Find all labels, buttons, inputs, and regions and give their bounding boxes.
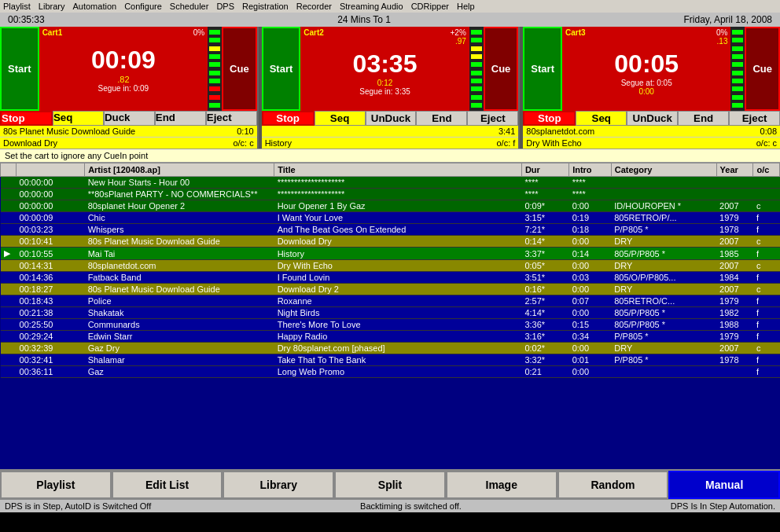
table-row[interactable]: 00:14:3180splanetdot.comDry With Echo0:0… — [1, 260, 780, 272]
status-right: DPS Is In Step Automation. — [671, 501, 775, 511]
cart2-cue-button[interactable]: Cue — [484, 27, 519, 111]
table-row[interactable]: 00:00:00**80sPlanet PARTY - NO COMMERCIA… — [1, 189, 780, 200]
cart3-info2: Dry With Echo o/c: c — [523, 137, 780, 149]
cart1-duck-button[interactable]: Duck — [104, 111, 155, 126]
table-row[interactable]: 00:32:41ShalamarTake That To The Bank3:3… — [1, 354, 780, 366]
nav-random-button[interactable]: Random — [557, 471, 669, 499]
table-row[interactable]: 00:32:39Gaz DryDry 80splanet.com [phased… — [1, 343, 780, 354]
table-row[interactable]: 00:00:0080splanet Hour Opener 2Hour Open… — [1, 200, 780, 212]
th-title: Title — [274, 163, 522, 177]
cart2-info1-time: 3:41 — [499, 127, 515, 136]
vu-bar — [732, 79, 743, 83]
cart2-start-button[interactable]: Start — [262, 27, 301, 111]
menu-dps[interactable]: DPS — [216, 2, 234, 11]
th-year: Year — [716, 163, 753, 177]
cart2-unduck-button[interactable]: UnDuck — [366, 111, 417, 126]
time-center: 24 Mins To 1 — [337, 14, 391, 25]
cart3-cue-button[interactable]: Cue — [745, 27, 780, 111]
cart2-info2-oc: o/c: f — [497, 138, 516, 148]
table-row[interactable]: 00:18:43PoliceRoxanne2:57*0:07805RETRO/C… — [1, 295, 780, 307]
menu-registration[interactable]: Registration — [242, 2, 289, 11]
cart3-end-button[interactable]: End — [678, 111, 729, 126]
menu-help[interactable]: Help — [457, 2, 475, 11]
cart1-seq-button[interactable]: Seq — [53, 111, 104, 126]
cart1-cue-button[interactable]: Cue — [222, 27, 257, 111]
table-row[interactable]: 00:21:38ShakatakNight Birds4:14*0:00805/… — [1, 307, 780, 319]
cart2-extra: 0:12 — [377, 79, 392, 87]
nav-manual-button[interactable]: Manual — [668, 471, 780, 499]
cart3-info2-oc: o/c: c — [756, 138, 777, 148]
cart1-buttons: Stop Seq Duck End Eject — [0, 111, 257, 126]
menu-streaming-audio[interactable]: Streaming Audio — [340, 2, 403, 11]
cart2-eject-button[interactable]: Eject — [467, 111, 518, 126]
th-intro: Intro — [569, 163, 612, 177]
cart3-seq-button[interactable]: Seq — [576, 111, 627, 126]
vu-bar — [732, 103, 743, 108]
nav-split-button[interactable]: Split — [334, 471, 446, 499]
cart1-level: .82 — [117, 75, 129, 84]
table-row[interactable]: 00:25:50CommunardsThere's More To Love3:… — [1, 319, 780, 331]
cart1-percent: 0% — [193, 28, 204, 37]
statusbar: DPS is in Step, AutoID is Switched Off B… — [0, 499, 780, 512]
cart2-seq-button[interactable]: Seq — [315, 111, 366, 126]
cart3-eject-button[interactable]: Eject — [729, 111, 780, 126]
nav-image-button[interactable]: Image — [446, 471, 557, 499]
cart1-info1: 80s Planet Music Download Guide 0:10 — [0, 126, 257, 137]
cart2-end-button[interactable]: End — [416, 111, 467, 126]
cart2-info2: History o/c: f — [262, 137, 519, 149]
time-right: Friday, April 18, 2008 — [683, 14, 772, 25]
cart1-info1-text: 80s Planet Music Download Guide — [3, 127, 135, 136]
cart2-vu — [469, 27, 484, 111]
status-center: Backtiming is switched off. — [360, 501, 462, 511]
cart3-stop-button[interactable]: Stop — [523, 111, 576, 126]
vu-bar — [471, 62, 482, 67]
cart2-segue: Segue in: 3:35 — [359, 87, 410, 96]
table-row[interactable]: 00:00:09ChicI Want Your Love3:15*0:19805… — [1, 212, 780, 224]
cart2-panel: Start Cart2 +2% .97 03:35 0:12 Segue in:… — [262, 27, 521, 149]
table-row[interactable]: 00:03:23WhispersAnd The Beat Goes On Ext… — [1, 224, 780, 236]
table-row[interactable]: 00:10:4180s Planet Music Download GuideD… — [1, 236, 780, 248]
cart1-info1-time: 0:10 — [237, 127, 253, 136]
table-row[interactable]: 00:00:00New Hour Starts - Hour 00*******… — [1, 177, 780, 189]
table-row[interactable]: ▶00:10:55Mai TaiHistory3:37*0:14805/P/P8… — [1, 248, 780, 260]
menu-cdripper[interactable]: CDRipper — [411, 2, 449, 11]
cart3-display: Cart3 0% .13 00:05 Segue at: 0:05 0:00 — [562, 27, 730, 111]
menu-configure[interactable]: Configure — [124, 2, 162, 11]
cart1-eject-button[interactable]: Eject — [206, 111, 257, 126]
vu-bar — [209, 30, 220, 35]
cart3-unduck-button[interactable]: UnDuck — [627, 111, 678, 126]
cart3-label: Cart3 — [565, 28, 586, 37]
table-row[interactable]: 00:14:36Fatback BandI Found Lovin3:51*0:… — [1, 272, 780, 284]
table-row[interactable]: 00:36:11GazLong Web Promo0:210:00f — [1, 366, 780, 378]
cart1-top: Start Cart1 0% 00:09 .82 Segue in: 0:09 — [0, 27, 257, 111]
cart2-stop-button[interactable]: Stop — [262, 111, 315, 126]
cart3-info1-time: 0:08 — [760, 127, 777, 136]
cart2-display: Cart2 +2% .97 03:35 0:12 Segue in: 3:35 — [300, 27, 469, 111]
status-left: DPS is in Step, AutoID is Switched Off — [5, 501, 151, 511]
menu-recorder[interactable]: Recorder — [296, 2, 332, 11]
vu-bar — [209, 71, 220, 75]
cart1-stop-button[interactable]: Stop — [0, 111, 53, 126]
menu-scheduler[interactable]: Scheduler — [170, 2, 209, 11]
table-row[interactable]: 00:18:2780s Planet Music Download GuideD… — [1, 284, 780, 295]
cart3-start-button[interactable]: Start — [523, 27, 562, 111]
vu-bar — [209, 86, 220, 91]
menu-playlist[interactable]: Playlist — [3, 2, 31, 11]
cart3-vu — [730, 27, 745, 111]
cart1-start-button[interactable]: Start — [0, 27, 39, 111]
nav-editlist-button[interactable]: Edit List — [112, 471, 223, 499]
playlist-wrapper[interactable]: Artist [120408.ap] Title Dur Intro Categ… — [0, 163, 780, 469]
vu-bar — [471, 86, 482, 91]
cart1-info2: Download Dry o/c: c — [0, 137, 257, 149]
vu-bar — [732, 30, 743, 35]
menu-automation[interactable]: Automation — [72, 2, 116, 11]
nav-library-button[interactable]: Library — [223, 471, 334, 499]
cart3-segue2: 0:00 — [638, 87, 653, 96]
cart1-end-button[interactable]: End — [155, 111, 206, 126]
cart1-label: Cart1 — [42, 28, 63, 37]
timebar: 00:35:33 24 Mins To 1 Friday, April 18, … — [0, 13, 780, 27]
table-row[interactable]: 00:29:24Edwin StarrHappy Radio3:16*0:34P… — [1, 331, 780, 343]
cart3-info1: 80splanetdot.com 0:08 — [523, 126, 780, 137]
nav-playlist-button[interactable]: Playlist — [0, 471, 112, 499]
menu-library[interactable]: Library — [39, 2, 65, 11]
